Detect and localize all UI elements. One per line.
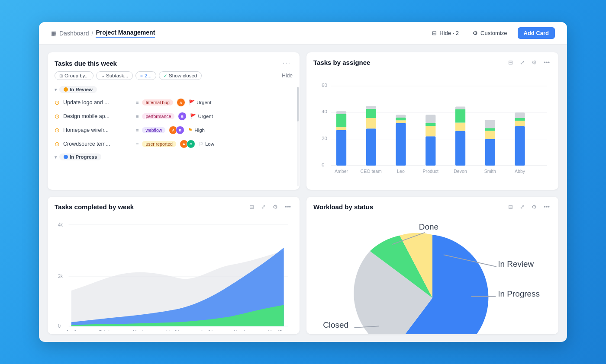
table-row[interactable]: ⊙ Update logo and ... ≡ Internal bug A 🚩…: [51, 96, 296, 109]
priority-flag-icon: ⚐: [199, 141, 203, 147]
svg-rect-28: [455, 131, 465, 166]
pie-chart-svg: In Progress In Review Done Closed: [313, 216, 551, 334]
svg-rect-35: [485, 128, 495, 131]
hide-columns-button[interactable]: Hide: [282, 73, 293, 79]
expand-button[interactable]: ⤢: [259, 203, 268, 211]
svg-text:May 4: May 4: [234, 329, 245, 331]
svg-text:May 15: May 15: [268, 329, 282, 331]
pie-label-in-progress: In Progress: [498, 289, 540, 298]
more-button[interactable]: •••: [542, 203, 551, 211]
hide-button[interactable]: ⊟ Hide · 2: [429, 28, 462, 38]
tasks-by-assignee-title: Tasks by assignee: [313, 59, 370, 66]
in-progress-badge: In Progress: [59, 153, 101, 160]
task-tag: webflow: [142, 127, 165, 133]
svg-rect-9: [336, 127, 346, 130]
workload-status-header: Workload by status ⊟ ⤢ ⚙ •••: [306, 197, 558, 214]
dashboard-content: Tasks due this week ⊞ Group by... ↳ Subt…: [39, 45, 567, 342]
pie-chart-container: In Progress In Review Done Closed: [306, 214, 558, 334]
task-tag: user reported: [142, 141, 176, 147]
table-row[interactable]: ⊙ Homepage wirefr... ≡ webflow A B ⚑ Hig…: [51, 123, 296, 137]
breadcrumb-dashboard-label[interactable]: Dashboard: [59, 30, 89, 37]
customize-button[interactable]: ⚙ Customize: [469, 28, 510, 38]
pie-label-closed: Closed: [323, 320, 348, 329]
more-button[interactable]: •••: [283, 203, 293, 211]
svg-text:Smith: Smith: [484, 169, 496, 174]
header: ▦ Dashboard / Project Management ⊟ Hide …: [39, 22, 567, 45]
pie-label-in-review: In Review: [498, 259, 534, 268]
tasks-due-more-button[interactable]: [281, 58, 293, 68]
filter-icon-sm: ≡: [140, 73, 143, 78]
svg-text:Devon: Devon: [454, 169, 467, 174]
tasks-filters: ⊞ Group by... ↳ Subtask... ≡ 2... ✓ Show…: [48, 71, 300, 83]
chevron-in-review: ▾: [55, 87, 57, 92]
tasks-completed-title: Tasks completed by week: [55, 203, 134, 211]
group-in-review[interactable]: ▾ In Review: [51, 83, 296, 96]
task-assignees: A C: [180, 140, 195, 148]
filter-button[interactable]: ⊟: [506, 58, 515, 67]
main-container: ▦ Dashboard / Project Management ⊟ Hide …: [39, 22, 567, 342]
svg-rect-36: [485, 120, 495, 128]
scrollbar-thumb[interactable]: [297, 87, 299, 121]
avatar: B: [176, 126, 184, 134]
count-filter[interactable]: ≡ 2...: [135, 71, 156, 80]
expand-button[interactable]: ⤢: [518, 58, 526, 67]
tasks-completed-card: Tasks completed by week ⊟ ⤢ ⚙ ••• 4k 2k …: [48, 197, 300, 334]
show-closed-filter[interactable]: ✓ Show closed: [159, 71, 202, 80]
more-button[interactable]: •••: [542, 58, 551, 67]
hide-label: Hide · 2: [439, 30, 459, 36]
bar-ceo-team: CEO team: [361, 106, 382, 174]
table-row[interactable]: ⊙ Crowdsource tem... ≡ user reported A C…: [51, 137, 296, 151]
table-row[interactable]: ⊙ Design mobile ap... ≡ performance B 🚩 …: [51, 109, 296, 123]
svg-rect-10: [336, 114, 346, 127]
subtask-filter[interactable]: ↳ Subtask...: [96, 71, 133, 80]
svg-text:Leo: Leo: [397, 169, 405, 174]
filter-button[interactable]: ⊟: [506, 203, 515, 211]
settings-button[interactable]: ⚙: [530, 58, 538, 67]
page-title-underline: [96, 37, 155, 38]
priority-label: Urgent: [197, 100, 212, 105]
task-menu-icon: ≡: [136, 100, 139, 105]
svg-text:40: 40: [322, 109, 327, 114]
scrollbar-track[interactable]: [297, 87, 299, 186]
task-name: Update logo and ...: [63, 99, 132, 105]
workload-status-title: Workload by status: [313, 203, 373, 211]
svg-rect-41: [515, 112, 525, 118]
filter-button[interactable]: ⊟: [248, 203, 256, 211]
task-name: Homepage wirefr...: [63, 127, 132, 133]
group-in-progress[interactable]: ▾ In Progress: [51, 151, 296, 163]
subtask-icon: ↳: [101, 73, 104, 78]
settings-button[interactable]: ⚙: [271, 203, 280, 211]
tasks-due-title: Tasks due this week: [55, 60, 117, 67]
priority-badge: ⚑ High: [188, 127, 218, 133]
filter-icon: ⊟: [432, 30, 437, 36]
expand-button[interactable]: ⤢: [518, 203, 526, 211]
svg-text:2k: 2k: [58, 273, 63, 280]
svg-text:Abby: Abby: [515, 169, 525, 174]
priority-badge: 🚩 Urgent: [189, 99, 219, 105]
bar-devon: Devon: [454, 107, 467, 174]
group-by-filter[interactable]: ⊞ Group by...: [55, 71, 93, 80]
task-tag: performance: [142, 113, 174, 119]
priority-badge: ⚐ Low: [199, 141, 229, 147]
task-status-icon: ⊙: [55, 127, 60, 134]
svg-text:CEO team: CEO team: [361, 169, 382, 174]
svg-text:Product: Product: [423, 169, 438, 174]
avatar: B: [178, 112, 187, 121]
area-chart-svg: 4k 2k 0 Jan 3 Feb 4 Mar: [55, 216, 293, 331]
svg-rect-21: [396, 115, 406, 118]
settings-button[interactable]: ⚙: [530, 203, 538, 211]
svg-rect-34: [485, 131, 495, 139]
svg-text:4k: 4k: [58, 221, 63, 228]
chevron-in-progress: ▾: [55, 155, 57, 160]
bar-product: Product: [423, 115, 438, 174]
add-card-button[interactable]: Add Card: [518, 27, 555, 39]
svg-rect-16: [366, 106, 376, 109]
workload-status-actions: ⊟ ⤢ ⚙ •••: [506, 203, 551, 211]
svg-text:Jan 3: Jan 3: [66, 329, 77, 331]
svg-rect-15: [366, 109, 376, 118]
in-review-label: In Review: [70, 87, 93, 92]
svg-rect-25: [425, 123, 435, 126]
task-name: Design mobile ap...: [63, 113, 132, 119]
svg-text:Feb 4: Feb 4: [99, 329, 110, 331]
dashboard-icon: ▦: [51, 30, 57, 37]
